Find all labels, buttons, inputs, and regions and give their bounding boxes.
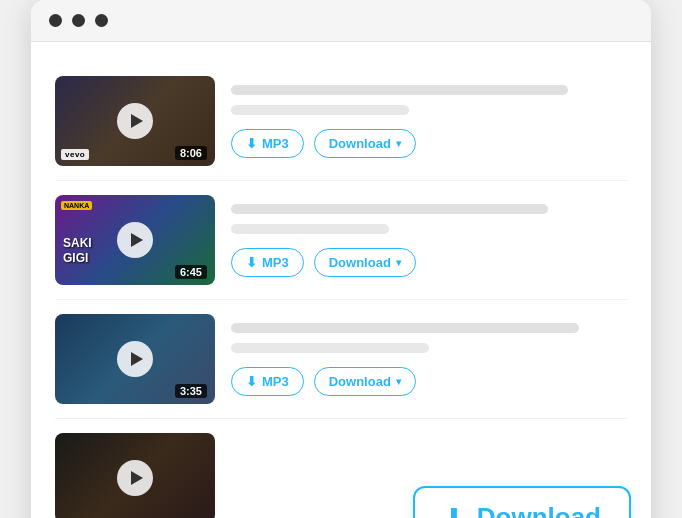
action-row-1: ⬇ MP3 Download ▾ <box>231 129 627 158</box>
thumbnail-4[interactable] <box>55 433 215 518</box>
saki-badge: NANKA <box>61 201 92 210</box>
title-bar-1 <box>231 85 568 95</box>
download-label-1: Download <box>329 136 391 151</box>
traffic-light-2 <box>72 14 85 27</box>
big-download-icon: ⬇ <box>443 505 465 519</box>
mp3-label-1: MP3 <box>262 136 289 151</box>
video-item-1: vevo 8:06 ⬇ MP3 Download ▾ <box>55 62 627 181</box>
mp3-button-2[interactable]: ⬇ MP3 <box>231 248 304 277</box>
action-row-3: ⬇ MP3 Download ▾ <box>231 367 627 396</box>
traffic-light-1 <box>49 14 62 27</box>
thumbnail-3[interactable]: 3:35 <box>55 314 215 404</box>
subtitle-bar-1 <box>231 105 409 115</box>
download-button-3[interactable]: Download ▾ <box>314 367 416 396</box>
title-bar-2 <box>231 204 548 214</box>
traffic-light-3 <box>95 14 108 27</box>
chevron-icon-2: ▾ <box>396 257 401 268</box>
mp3-button-3[interactable]: ⬇ MP3 <box>231 367 304 396</box>
subtitle-bar-3 <box>231 343 429 353</box>
mp3-label-2: MP3 <box>262 255 289 270</box>
duration-3: 3:35 <box>175 384 207 398</box>
big-download-button[interactable]: ⬇ Download <box>413 486 631 518</box>
saki-text: SAKIGIGI <box>63 236 92 265</box>
download-label-2: Download <box>329 255 391 270</box>
video-item-3: 3:35 ⬇ MP3 Download ▾ <box>55 300 627 419</box>
video-info-3: ⬇ MP3 Download ▾ <box>231 323 627 396</box>
play-button-1[interactable] <box>117 103 153 139</box>
video-item-2: NANKA SAKIGIGI 6:45 ⬇ MP3 Download <box>55 181 627 300</box>
chevron-icon-3: ▾ <box>396 376 401 387</box>
browser-content: vevo 8:06 ⬇ MP3 Download ▾ <box>31 42 651 518</box>
duration-1: 8:06 <box>175 146 207 160</box>
play-button-4[interactable] <box>117 460 153 496</box>
play-button-2[interactable] <box>117 222 153 258</box>
mp3-download-icon-1: ⬇ <box>246 137 257 150</box>
vevo-badge: vevo <box>61 149 89 160</box>
mp3-download-icon-3: ⬇ <box>246 375 257 388</box>
mp3-download-icon-2: ⬇ <box>246 256 257 269</box>
duration-2: 6:45 <box>175 265 207 279</box>
video-list: vevo 8:06 ⬇ MP3 Download ▾ <box>55 62 627 518</box>
download-button-2[interactable]: Download ▾ <box>314 248 416 277</box>
chevron-icon-1: ▾ <box>396 138 401 149</box>
play-button-3[interactable] <box>117 341 153 377</box>
action-row-2: ⬇ MP3 Download ▾ <box>231 248 627 277</box>
browser-window: vevo 8:06 ⬇ MP3 Download ▾ <box>31 0 651 518</box>
title-bar-3 <box>231 323 579 333</box>
download-button-1[interactable]: Download ▾ <box>314 129 416 158</box>
mp3-label-3: MP3 <box>262 374 289 389</box>
mp3-button-1[interactable]: ⬇ MP3 <box>231 129 304 158</box>
browser-titlebar <box>31 0 651 42</box>
subtitle-bar-2 <box>231 224 389 234</box>
video-info-2: ⬇ MP3 Download ▾ <box>231 204 627 277</box>
video-info-1: ⬇ MP3 Download ▾ <box>231 85 627 158</box>
big-download-label: Download <box>477 502 601 518</box>
thumbnail-2[interactable]: NANKA SAKIGIGI 6:45 <box>55 195 215 285</box>
download-label-3: Download <box>329 374 391 389</box>
thumbnail-1[interactable]: vevo 8:06 <box>55 76 215 166</box>
